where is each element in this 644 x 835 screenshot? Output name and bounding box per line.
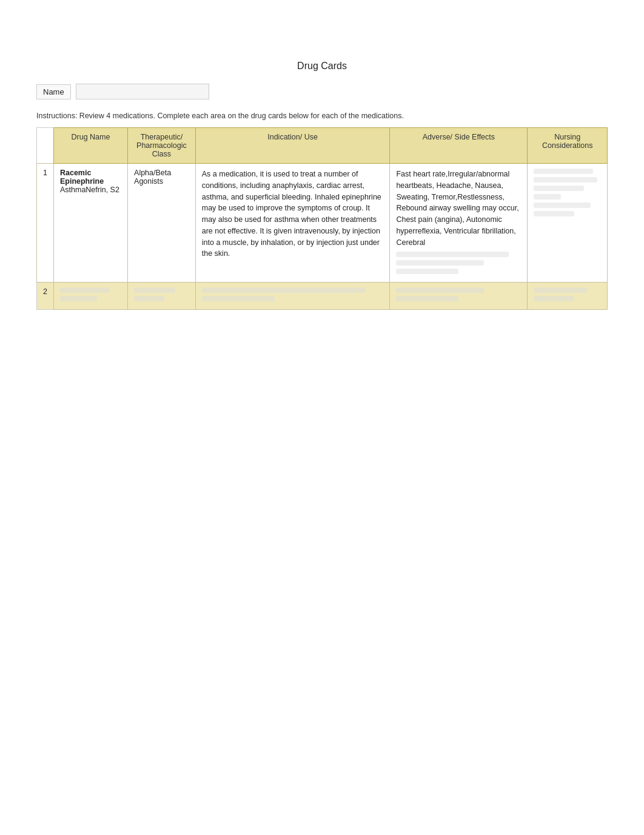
col-number-header <box>37 128 54 164</box>
therapeutic-cell-2 <box>128 283 196 310</box>
col-nursing-header: Nursing Considerations <box>528 128 608 164</box>
therapeutic-cell-1: Alpha/Beta Agonists <box>128 164 196 283</box>
row-number-1: 1 <box>37 164 54 283</box>
adverse-cell-1: Fast heart rate,Irregular/abnormal heart… <box>390 164 528 283</box>
indication-cell-2 <box>195 283 390 310</box>
drug-name-bold-1: Racemic Epinephrine <box>60 169 121 186</box>
table-row-2: 2 <box>37 283 608 310</box>
adverse-blurred-1 <box>396 252 521 274</box>
name-input[interactable] <box>76 84 209 99</box>
nursing-cell-1 <box>528 164 608 283</box>
page-title: Drug Cards <box>36 61 608 72</box>
col-adverse-header: Adverse/ Side Effects <box>390 128 528 164</box>
name-row: Name <box>36 84 608 99</box>
drug-table: Drug Name Therapeutic/ Pharmacologic Cla… <box>36 127 608 310</box>
drug-name-cell-1: Racemic Epinephrine AsthmaNefrin, S2 <box>53 164 127 283</box>
col-drug-name-header: Drug Name <box>53 128 127 164</box>
adverse-cell-2 <box>390 283 528 310</box>
instructions-text: Instructions: Review 4 medications. Comp… <box>36 112 608 120</box>
col-therapeutic-header: Therapeutic/ Pharmacologic Class <box>128 128 196 164</box>
row-number-2: 2 <box>37 283 54 310</box>
drug-name-cell-2 <box>53 283 127 310</box>
col-indication-header: Indication/ Use <box>195 128 390 164</box>
nursing-cell-2 <box>528 283 608 310</box>
table-row: 1 Racemic Epinephrine AsthmaNefrin, S2 A… <box>37 164 608 283</box>
name-label: Name <box>36 84 71 99</box>
drug-name-sub-1: AsthmaNefrin, S2 <box>60 186 121 194</box>
indication-cell-1: As a medication, it is used to treat a n… <box>195 164 390 283</box>
